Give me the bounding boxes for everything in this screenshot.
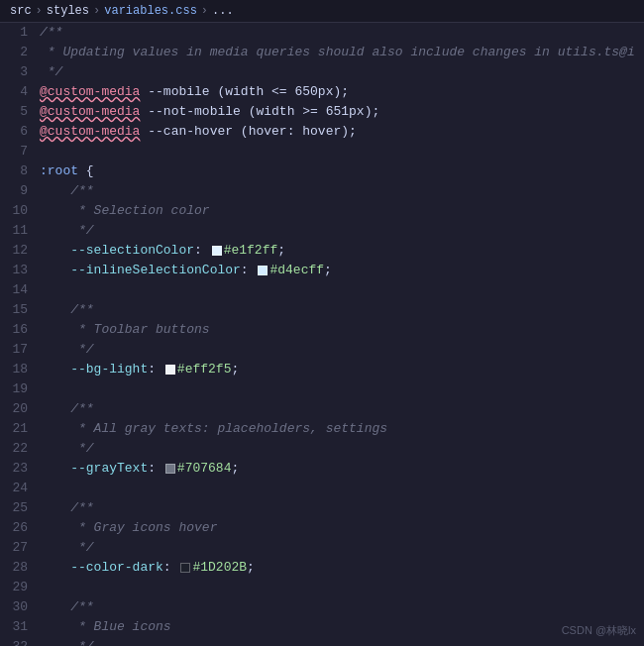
breadcrumb-ellipsis: ... [212, 4, 234, 18]
token: * Toolbar buttons [40, 320, 210, 340]
token: ; [231, 360, 239, 379]
token: /** [40, 300, 94, 320]
token: /** [40, 399, 94, 419]
line-number: 22 [8, 439, 28, 459]
token: #eff2f5 [177, 360, 232, 379]
color-swatch [165, 365, 175, 375]
line-number: 7 [8, 142, 28, 162]
token: : [148, 459, 163, 479]
token: */ [40, 340, 94, 360]
code-line: --inlineSelectionColor: #d4ecff; [40, 261, 640, 280]
code-line: --color-dark: #1D202B; [40, 558, 640, 578]
line-number: 19 [8, 379, 28, 399]
token: * Gray icons hover [40, 518, 217, 538]
line-number: 31 [8, 617, 28, 637]
token: : [194, 241, 210, 261]
editor: src › styles › variables.css › ... 12345… [0, 0, 644, 646]
line-numbers: 1234567891011121314151617181920212223242… [0, 23, 36, 646]
line-number: 17 [8, 340, 28, 360]
token: /** [40, 181, 94, 201]
color-swatch [258, 266, 268, 275]
code-line: /** [40, 498, 640, 518]
breadcrumb-styles: styles [47, 4, 89, 18]
token: #d4ecff [269, 261, 324, 280]
token: #e1f2ff [224, 241, 278, 261]
token: --color-dark [40, 558, 163, 578]
line-number: 18 [8, 360, 28, 379]
code-line: /** [40, 597, 640, 617]
code-line: */ [40, 221, 640, 241]
code-line: --grayText: #707684; [40, 459, 640, 479]
token: ; [231, 459, 239, 479]
breadcrumb-file: variables.css [104, 4, 197, 18]
color-swatch [212, 246, 222, 256]
code-line: @custom-media --mobile (width <= 650px); [40, 82, 640, 102]
code-line: @custom-media --can-hover (hover: hover)… [40, 122, 640, 142]
token: /** [40, 23, 62, 43]
line-number: 26 [8, 518, 28, 538]
line-number: 6 [8, 122, 28, 142]
token: * Blue icons [40, 617, 171, 637]
token: @custom-media [40, 122, 140, 142]
token: : [163, 558, 179, 578]
code-line: * All gray texts: placeholders, settings [40, 419, 640, 439]
code-line: * Gray icons hover [40, 518, 640, 538]
token: #1D202B [192, 558, 247, 578]
line-number: 28 [8, 558, 28, 578]
line-number: 3 [8, 62, 28, 82]
line-number: 20 [8, 399, 28, 419]
watermark: CSDN @林晓lx [562, 623, 636, 638]
line-number: 15 [8, 300, 28, 320]
line-number: 27 [8, 538, 28, 558]
token: */ [40, 538, 94, 558]
token: ; [324, 261, 332, 280]
line-number: 5 [8, 102, 28, 122]
line-number: 30 [8, 597, 28, 617]
line-number: 23 [8, 459, 28, 479]
code-line: * Blue icons [40, 617, 640, 637]
line-number: 25 [8, 498, 28, 518]
line-number: 13 [8, 261, 28, 280]
token: */ [40, 62, 62, 82]
code-line: --bg-light: #eff2f5; [40, 360, 640, 379]
code-line: */ [40, 637, 640, 646]
line-number: 8 [8, 162, 28, 181]
code-line: :root { [40, 162, 640, 181]
line-number: 11 [8, 221, 28, 241]
code-line: * Selection color [40, 201, 640, 221]
code-line: * Updating values in media queries shoul… [40, 43, 640, 62]
token: : [148, 360, 163, 379]
token: * All gray texts: placeholders, settings [40, 419, 387, 439]
token: */ [40, 637, 94, 646]
code-line [40, 379, 640, 399]
line-number: 2 [8, 43, 28, 62]
token: @custom-media [40, 102, 140, 122]
token: --mobile (width <= 650px); [140, 82, 349, 102]
line-number: 16 [8, 320, 28, 340]
code-line: * Toolbar buttons [40, 320, 640, 340]
line-number: 1 [8, 23, 28, 43]
code-line [40, 479, 640, 498]
line-number: 12 [8, 241, 28, 261]
line-number: 29 [8, 578, 28, 597]
token: --grayText [40, 459, 148, 479]
line-number: 14 [8, 280, 28, 300]
breadcrumb-src: src [10, 4, 32, 18]
token: * Selection color [40, 201, 210, 221]
color-swatch [180, 563, 190, 573]
code-line: */ [40, 439, 640, 459]
token: --not-mobile (width >= 651px); [140, 102, 379, 122]
code-line: --selectionColor: #e1f2ff; [40, 241, 640, 261]
code-line: /** [40, 300, 640, 320]
token: /** [40, 498, 94, 518]
code-line [40, 578, 640, 597]
line-number: 10 [8, 201, 28, 221]
token: :root [40, 162, 78, 181]
code-content: /** * Updating values in media queries s… [36, 23, 644, 646]
line-number: 9 [8, 181, 28, 201]
code-line: */ [40, 62, 640, 82]
token: --inlineSelectionColor [40, 261, 241, 280]
line-number: 21 [8, 419, 28, 439]
code-line: @custom-media --not-mobile (width >= 651… [40, 102, 640, 122]
token: : [241, 261, 257, 280]
